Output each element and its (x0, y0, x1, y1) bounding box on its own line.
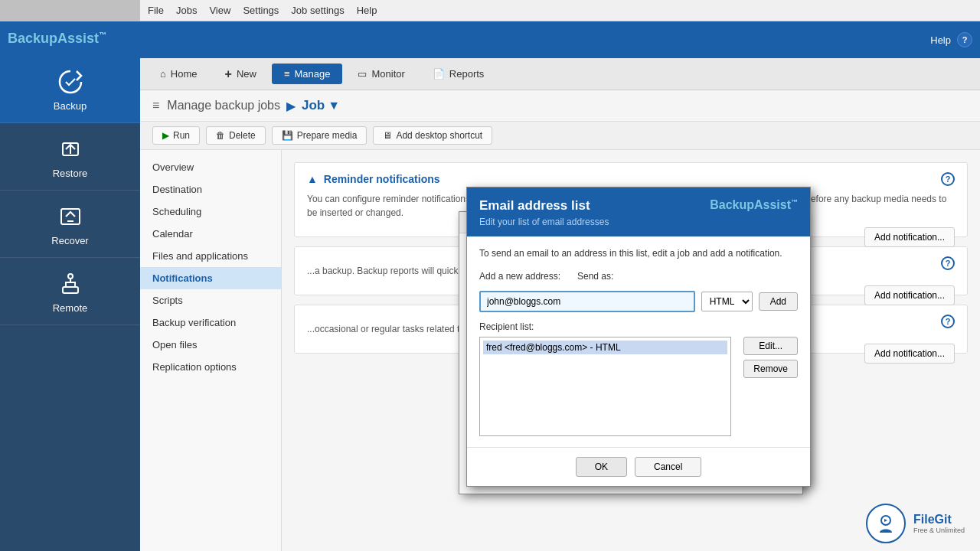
restore-icon (55, 134, 86, 165)
right-content: ▲ Reminder notifications ? You can confi… (282, 150, 980, 551)
main-area: Help ? ⌂ Home + New ≡ Manage ▭ Monitor (140, 21, 980, 551)
add-address-label: Add a new address: (479, 271, 571, 282)
sidebar-item-recover[interactable]: Recover (0, 191, 140, 258)
section3-help-icon[interactable]: ? (941, 315, 955, 328)
sidebar-item-restore[interactable]: Restore (0, 123, 140, 191)
manage-icon: ≡ (284, 68, 290, 80)
nav-scripts[interactable]: Scripts (140, 289, 281, 311)
section2-help-icon[interactable]: ? (941, 256, 955, 270)
nav-notifications[interactable]: Notifications (140, 267, 281, 289)
add-desktop-shortcut-button[interactable]: 🖥 Add desktop shortcut (373, 126, 492, 145)
breadcrumb: ≡ Manage backup jobs ▶ Job ▼ (140, 90, 980, 122)
modal-windows: BackupAssist - Settings Email address li… (459, 173, 803, 455)
add-notification-btn-1[interactable]: Add notification... (864, 227, 955, 247)
delete-button[interactable]: 🗑 Delete (206, 126, 266, 145)
nav-backup-verification[interactable]: Backup verification (140, 311, 281, 334)
filegit-text-area: FileGit Free & Unlimited (913, 513, 965, 534)
tab-bar: ⌂ Home + New ≡ Manage ▭ Monitor 📄 Report… (140, 58, 980, 90)
sidebar-items: Backup Restore (0, 56, 140, 325)
sidebar-recover-label: Recover (51, 235, 88, 246)
recipient-list: fred <fred@bloggs.com> - HTML (479, 337, 731, 436)
app-container: BackupAssist™ Backup (0, 21, 980, 551)
add-notification-btn-3[interactable]: Add notification... (864, 344, 955, 364)
breadcrumb-parent: Manage backup jobs (167, 99, 280, 112)
nav-files[interactable]: Files and applications (140, 245, 281, 267)
email-input[interactable] (479, 291, 695, 312)
menu-file[interactable]: File (148, 5, 164, 16)
sidebar-item-backup[interactable]: Backup (0, 56, 140, 123)
monitor-icon: ▭ (358, 68, 367, 80)
run-icon: ▶ (162, 130, 169, 141)
help-area: Help ? (930, 32, 972, 47)
breadcrumb-separator: ▶ (286, 99, 296, 113)
sidebar-restore-label: Restore (53, 168, 88, 179)
reports-icon: 📄 (433, 68, 445, 80)
menu-settings[interactable]: Settings (243, 5, 279, 16)
recipient-item[interactable]: fred <fred@bloggs.com> - HTML (483, 341, 727, 354)
left-nav: Overview Destination Scheduling Calendar… (140, 150, 282, 551)
delete-icon: 🗑 (216, 130, 225, 141)
desktop-icon: 🖥 (383, 130, 392, 141)
dialog-info: To send an email to an address in this l… (479, 247, 798, 260)
tab-home[interactable]: ⌂ Home (148, 64, 210, 84)
sidebar-backup-label: Backup (54, 100, 87, 112)
nav-calendar[interactable]: Calendar (140, 223, 281, 245)
menu-jobs[interactable]: Jobs (176, 5, 197, 16)
new-icon: + (225, 67, 232, 81)
nav-replication[interactable]: Replication options (140, 356, 281, 378)
ok-button[interactable]: OK (576, 457, 627, 477)
tab-manage[interactable]: ≡ Manage (272, 64, 343, 84)
notif-help-icon[interactable]: ? (941, 172, 955, 186)
cancel-button[interactable]: Cancel (635, 457, 701, 477)
menu-job-settings[interactable]: Job settings (291, 5, 344, 16)
filegit-tagline: Free & Unlimited (913, 527, 965, 534)
prepare-media-button[interactable]: 💾 Prepare media (272, 126, 368, 145)
menu-view[interactable]: View (209, 5, 230, 16)
add-email-button[interactable]: Add (759, 292, 798, 311)
logo-text: BackupAssist™ (8, 31, 106, 47)
recipient-actions: Edit... Remove (743, 337, 798, 436)
content-area: Overview Destination Scheduling Calendar… (140, 150, 980, 551)
recover-icon (55, 201, 86, 232)
nav-overview[interactable]: Overview (140, 156, 281, 178)
dialog-header-left: Email address list Edit your list of ema… (479, 198, 710, 227)
sidebar-item-remote[interactable]: Remote (0, 258, 140, 325)
dialog-logo: BackupAssist™ (710, 198, 798, 212)
dialog-header: Email address list Edit your list of ema… (467, 187, 810, 236)
edit-recipient-button[interactable]: Edit... (743, 337, 798, 355)
nav-scheduling[interactable]: Scheduling (140, 201, 281, 223)
add-notification-btn-2[interactable]: Add notification... (864, 285, 955, 305)
breadcrumb-icon: ≡ (152, 99, 159, 112)
send-as-select[interactable]: HTML Text (701, 292, 753, 311)
action-bar: ▶ Run 🗑 Delete 💾 Prepare media 🖥 Add des… (140, 122, 980, 150)
remove-recipient-button[interactable]: Remove (743, 360, 798, 378)
menu-help[interactable]: Help (357, 5, 377, 16)
dialog-body: To send an email to an address in this l… (467, 236, 810, 447)
svg-point-4 (68, 274, 73, 279)
sidebar-remote-label: Remote (53, 302, 88, 314)
filegit-name: FileGit (913, 513, 965, 527)
tab-reports[interactable]: 📄 Reports (420, 64, 497, 84)
breadcrumb-current: Job (302, 98, 325, 113)
prepare-media-icon: 💾 (282, 130, 293, 141)
tab-monitor[interactable]: ▭ Monitor (345, 64, 416, 84)
nav-destination[interactable]: Destination (140, 178, 281, 201)
dialog-subtitle: Edit your list of email addresses (479, 217, 710, 227)
filegit-logo: FileGit Free & Unlimited (866, 504, 965, 543)
run-button[interactable]: ▶ Run (152, 126, 200, 145)
nav-open-files[interactable]: Open files (140, 334, 281, 356)
home-icon: ⌂ (160, 68, 166, 80)
tab-new[interactable]: + New (213, 63, 269, 86)
help-label: Help (930, 34, 951, 46)
dialog-footer: OK Cancel (467, 447, 810, 486)
help-button[interactable]: ? (957, 32, 972, 47)
breadcrumb-dropdown[interactable]: ▼ (328, 99, 340, 112)
nav-bar: Help ? (140, 21, 980, 58)
menu-bar: File Jobs View Settings Job settings Hel… (140, 0, 980, 21)
email-dialog: Email address list Edit your list of ema… (466, 187, 811, 487)
recipient-label: Recipient list: (479, 321, 798, 332)
notif-triangle-icon: ▲ (307, 173, 318, 185)
svg-rect-3 (63, 287, 78, 293)
sidebar-logo: BackupAssist™ (0, 21, 140, 56)
backup-icon (55, 67, 86, 97)
